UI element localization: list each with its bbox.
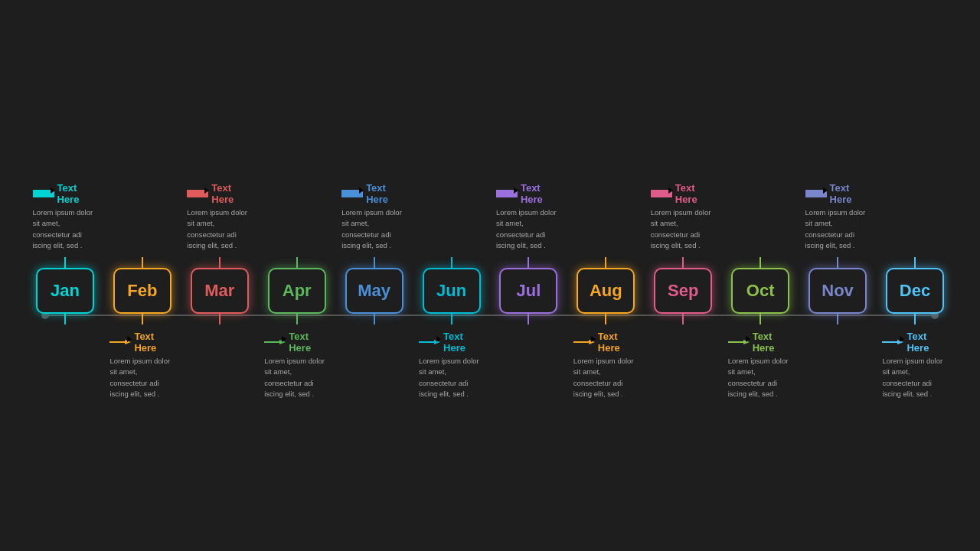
month-box-may: May: [345, 268, 403, 314]
lorem-may: Lorem ipsum dolor sit amet, consectetur …: [341, 207, 407, 251]
month-col-dec: Dec Text Here Lorem ipsum dolor sit amet…: [880, 165, 949, 416]
top-block-sep: Text Here Lorem ipsum dolor sit amet, co…: [651, 165, 716, 257]
bottom-block-may: [341, 324, 407, 416]
text-here-aug: Text Here: [598, 331, 639, 354]
connector-bottom-jan: [64, 314, 66, 324]
svg-marker-1: [48, 191, 54, 196]
svg-marker-13: [511, 191, 518, 196]
connector-top-oct: [760, 257, 761, 268]
svg-marker-17: [666, 191, 672, 196]
connector-top-jun: [451, 257, 452, 268]
text-here-mar: Text Here: [211, 182, 252, 205]
month-col-sep: Text Here Lorem ipsum dolor sit amet, co…: [648, 165, 717, 416]
connector-top-apr: [296, 257, 298, 268]
arrow-jun: [419, 338, 440, 346]
timeline-container: Text Here Lorem ipsum dolor sit amet, co…: [31, 165, 949, 416]
bottom-block-feb: Text Here Lorem ipsum dolor sit amet, co…: [109, 324, 175, 416]
text-here-jul: Text Here: [521, 182, 561, 205]
lorem-mar: Lorem ipsum dolor sit amet, consectetur …: [187, 207, 252, 251]
bottom-block-dec: Text Here Lorem ipsum dolor sit amet, co…: [882, 324, 947, 416]
month-col-jan: Text Here Lorem ipsum dolor sit amet, co…: [31, 165, 100, 416]
month-col-nov: Text Here Lorem ipsum dolor sit amet, co…: [803, 165, 872, 416]
text-here-oct: Text Here: [753, 331, 793, 354]
svg-marker-15: [589, 340, 595, 344]
month-box-apr: Apr: [268, 268, 326, 314]
top-block-may: Text Here Lorem ipsum dolor sit amet, co…: [341, 165, 407, 257]
month-col-feb: Feb Text Here Lorem ipsum dolor sit amet…: [108, 165, 177, 416]
svg-marker-19: [743, 340, 750, 344]
arrow-feb: [109, 338, 131, 346]
text-here-jun: Text Here: [443, 331, 484, 354]
bottom-block-jul: [496, 324, 561, 416]
arrow-mar: [187, 190, 208, 197]
month-col-aug: Aug Text Here Lorem ipsum dolor sit amet…: [571, 165, 640, 416]
arrow-aug: [573, 338, 595, 346]
connector-bottom-sep: [682, 314, 684, 324]
month-box-oct: Oct: [731, 268, 789, 314]
top-block-jun: [419, 165, 484, 257]
lorem-sep: Lorem ipsum dolor sit amet, consectetur …: [651, 207, 716, 251]
connector-bottom-aug: [605, 314, 606, 324]
lorem-jan: Lorem ipsum dolor sit amet, consectetur …: [33, 207, 98, 251]
connector-bottom-dec: [914, 314, 916, 324]
top-block-mar: Text Here Lorem ipsum dolor sit amet, co…: [187, 165, 252, 257]
text-here-may: Text Here: [366, 182, 407, 205]
month-box-dec: Dec: [886, 268, 944, 314]
svg-marker-11: [434, 340, 440, 344]
month-col-jul: Text Here Lorem ipsum dolor sit amet, co…: [494, 165, 563, 416]
connector-top-aug: [605, 257, 606, 268]
arrow-dec: [882, 338, 903, 346]
top-block-apr: [264, 165, 329, 257]
text-here-sep: Text Here: [675, 182, 716, 205]
connector-bottom-mar: [219, 314, 220, 324]
svg-marker-7: [279, 340, 286, 344]
month-col-oct: Oct Text Here Lorem ipsum dolor sit amet…: [726, 165, 795, 416]
month-col-apr: Apr Text Here Lorem ipsum dolor sit amet…: [263, 165, 332, 416]
top-block-feb: [109, 165, 175, 257]
month-box-jul: Jul: [499, 268, 557, 314]
svg-marker-23: [897, 340, 903, 344]
bottom-block-sep: [651, 324, 716, 416]
arrow-oct: [728, 338, 750, 346]
arrow-jul: [496, 190, 518, 197]
top-block-jan: Text Here Lorem ipsum dolor sit amet, co…: [33, 165, 98, 257]
top-block-dec: [882, 165, 947, 257]
connector-bottom-apr: [296, 314, 298, 324]
text-here-nov: Text Here: [830, 182, 871, 205]
top-block-aug: [573, 165, 639, 257]
lorem-feb: Lorem ipsum dolor sit amet, consectetur …: [109, 356, 175, 399]
connector-top-jan: [64, 257, 66, 268]
connector-bottom-jun: [451, 314, 452, 324]
month-box-aug: Aug: [577, 268, 635, 314]
text-here-jan: Text Here: [57, 182, 98, 205]
arrow-may: [341, 190, 363, 197]
bottom-block-mar: [187, 324, 252, 416]
bottom-block-nov: [805, 324, 871, 416]
svg-marker-9: [357, 191, 363, 196]
svg-marker-5: [202, 191, 208, 196]
month-col-may: Text Here Lorem ipsum dolor sit amet, co…: [340, 165, 409, 416]
months-row: Text Here Lorem ipsum dolor sit amet, co…: [31, 165, 949, 416]
text-here-feb: Text Here: [134, 331, 175, 354]
bottom-block-jun: Text Here Lorem ipsum dolor sit amet, co…: [419, 324, 484, 416]
connector-top-feb: [142, 257, 143, 268]
arrow-apr: [264, 338, 286, 346]
month-box-mar: Mar: [191, 268, 249, 314]
top-block-nov: Text Here Lorem ipsum dolor sit amet, co…: [805, 165, 871, 257]
bottom-block-oct: Text Here Lorem ipsum dolor sit amet, co…: [728, 324, 793, 416]
arrow-jan: [33, 190, 54, 197]
connector-bottom-feb: [142, 314, 143, 324]
month-box-feb: Feb: [113, 268, 172, 314]
top-block-oct: [728, 165, 793, 257]
bottom-block-apr: Text Here Lorem ipsum dolor sit amet, co…: [264, 324, 329, 416]
connector-bottom-jul: [528, 314, 529, 324]
month-col-jun: Jun Text Here Lorem ipsum dolor sit amet…: [417, 165, 486, 416]
arrow-nov: [805, 190, 827, 197]
arrow-sep: [651, 190, 672, 197]
lorem-nov: Lorem ipsum dolor sit amet, consectetur …: [805, 207, 871, 251]
connector-bottom-oct: [760, 314, 761, 324]
bottom-block-jan: [33, 324, 98, 416]
lorem-oct: Lorem ipsum dolor sit amet, consectetur …: [728, 356, 793, 399]
connector-bottom-may: [374, 314, 375, 324]
top-block-jul: Text Here Lorem ipsum dolor sit amet, co…: [496, 165, 561, 257]
